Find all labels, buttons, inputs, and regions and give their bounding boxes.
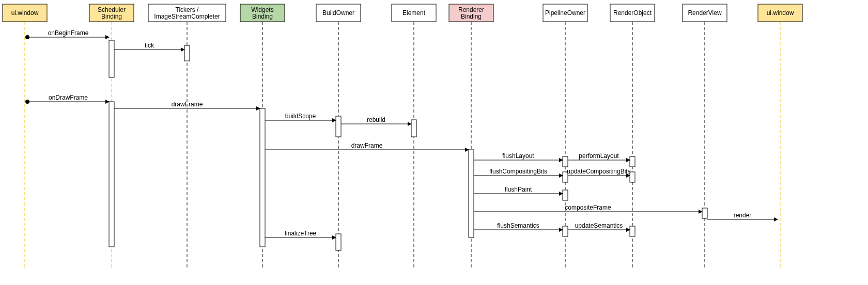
activation-bar	[411, 120, 416, 137]
activation-bar	[109, 102, 114, 247]
lifeline-label: BuildOwner	[322, 9, 354, 17]
message-label: rebuild	[367, 116, 385, 123]
message-label: finalizeTree	[285, 230, 317, 237]
activation-bar	[336, 116, 341, 137]
message-label: updateCompositingBits	[567, 168, 630, 175]
message-label: compositeFrame	[565, 204, 611, 211]
message-label: onBeginFrame	[48, 29, 89, 37]
activation-bar	[702, 208, 707, 218]
activation-bar	[184, 45, 190, 61]
lifeline-label: Element	[402, 9, 426, 17]
lifeline-label: Scheduler	[98, 6, 126, 13]
activation-bar	[630, 156, 635, 167]
lifeline-label: Binding	[461, 13, 482, 20]
activation-bar	[563, 190, 568, 200]
lifeline-label: ui.window	[767, 9, 794, 17]
lifeline-label: Widgets	[251, 6, 273, 13]
activation-bar	[469, 150, 474, 237]
lifeline-label: Binding	[252, 13, 273, 20]
lifeline-label: Renderer	[458, 6, 484, 13]
lifeline-label: ImageStreamCompleter	[154, 13, 220, 20]
sequence-diagram: ui.windowSchedulerBindingTickers /ImageS…	[0, 0, 868, 285]
lifeline-label: Tickers /	[176, 6, 199, 13]
message-label: drawFrame	[172, 101, 203, 108]
activation-bar	[630, 226, 635, 236]
activation-bar	[336, 234, 341, 250]
lifeline-label: RenderView	[688, 9, 721, 17]
lifeline-label: RenderObject	[613, 9, 652, 17]
message-label: drawFrame	[351, 142, 383, 149]
message-label: render	[734, 212, 752, 219]
activation-bar	[563, 226, 568, 236]
lifeline-label: ui.window	[11, 9, 39, 17]
message-label: tick	[145, 42, 154, 49]
activation-bar	[109, 40, 114, 77]
message-label: flushLayout	[502, 152, 534, 160]
message-label: onDrawFrame	[49, 94, 88, 101]
message-label: updateSemantics	[575, 222, 623, 229]
activation-bar	[563, 156, 568, 167]
lifeline-label: Binding	[101, 13, 122, 20]
message-label: flushCompositingBits	[489, 168, 547, 175]
message-label: buildScope	[285, 113, 316, 120]
message-label: flushPaint	[505, 186, 532, 193]
activation-bar	[260, 108, 265, 247]
message-label: flushSemantics	[497, 222, 539, 229]
lifeline-label: PipelineOwner	[545, 9, 585, 17]
message-label: performLayout	[579, 152, 619, 160]
